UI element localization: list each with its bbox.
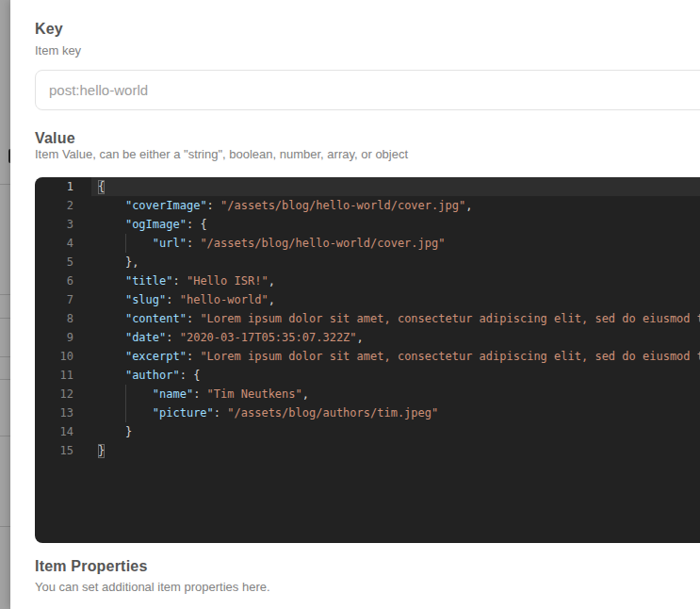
token-punc: : bbox=[214, 406, 227, 420]
token-punc: : bbox=[193, 387, 206, 401]
editor-line-14[interactable]: 14 } bbox=[35, 422, 700, 441]
key-section-description: Item key bbox=[35, 43, 81, 58]
token-key: "content" bbox=[125, 312, 187, 325]
token-punc: , bbox=[357, 331, 364, 344]
token-punc: : bbox=[187, 312, 200, 325]
value-section-description: Item Value, can be either a "string", bo… bbox=[35, 147, 408, 161]
line-number: 7 bbox=[35, 290, 73, 309]
token-str: "Tim Neutkens" bbox=[207, 387, 302, 401]
token-key: "coverImage" bbox=[125, 199, 207, 212]
background-row-divider bbox=[0, 379, 10, 380]
line-number: 12 bbox=[35, 385, 73, 403]
editor-line-7[interactable]: 7 "slug": "hello-world", bbox=[35, 290, 700, 309]
editor-line-12[interactable]: 12 "name": "Tim Neutkens", bbox=[35, 385, 700, 403]
line-number: 9 bbox=[35, 328, 73, 347]
code-text: "content": "Lorem ipsum dolor sit amet, … bbox=[98, 309, 700, 328]
code-text: } bbox=[98, 422, 132, 441]
token-punc: : bbox=[172, 274, 186, 288]
editor-line-2[interactable]: 2 "coverImage": "/assets/blog/hello-worl… bbox=[35, 196, 700, 215]
bracket-match: { bbox=[98, 180, 105, 194]
token-punc: : bbox=[166, 293, 179, 306]
token-str: "Lorem ipsum dolor sit amet, consectetur… bbox=[200, 312, 700, 325]
line-number: 15 bbox=[35, 441, 73, 460]
line-number: 10 bbox=[35, 347, 73, 366]
code-text: "slug": "hello-world", bbox=[98, 290, 275, 309]
current-line-highlight bbox=[91, 177, 700, 196]
token-key: "url" bbox=[153, 237, 187, 250]
code-text: "date": "2020-03-17T05:35:07.322Z", bbox=[98, 328, 364, 347]
line-number: 2 bbox=[35, 196, 73, 215]
token-punc: : { bbox=[180, 369, 201, 382]
line-number: 8 bbox=[35, 309, 73, 328]
code-text: "picture": "/assets/blog/authors/tim.jpe… bbox=[98, 403, 438, 422]
line-number: 5 bbox=[35, 253, 73, 272]
editor-line-15[interactable]: 15} bbox=[35, 441, 700, 460]
token-key: "ogImage" bbox=[125, 218, 187, 231]
token-key: "date" bbox=[125, 331, 166, 344]
token-key: "title" bbox=[125, 274, 173, 288]
token-punc: , bbox=[269, 274, 275, 288]
line-number: 3 bbox=[35, 215, 73, 234]
background-row-divider bbox=[0, 436, 10, 436]
code-text: "url": "/assets/blog/hello-world/cover.j… bbox=[98, 234, 445, 253]
code-text: "ogImage": { bbox=[98, 215, 207, 234]
code-text: "author": { bbox=[98, 366, 200, 385]
token-punc: } bbox=[125, 425, 132, 438]
editor-line-9[interactable]: 9 "date": "2020-03-17T05:35:07.322Z", bbox=[35, 328, 700, 347]
token-str: "/assets/blog/hello-world/cover.jpg" bbox=[200, 237, 445, 250]
code-text: "excerpt": "Lorem ipsum dolor sit amet, … bbox=[98, 347, 700, 366]
editor-line-5[interactable]: 5 }, bbox=[35, 253, 700, 272]
token-punc: , bbox=[269, 293, 275, 306]
token-str: "hello-world" bbox=[180, 293, 269, 306]
token-str: "/assets/blog/hello-world/cover.jpg" bbox=[220, 199, 465, 212]
editor-line-8[interactable]: 8 "content": "Lorem ipsum dolor sit amet… bbox=[35, 309, 700, 328]
token-key: "picture" bbox=[153, 406, 214, 420]
background-row-divider bbox=[0, 526, 10, 527]
token-str: "Lorem ipsum dolor sit amet, consectetur… bbox=[200, 350, 700, 363]
code-text: { bbox=[98, 177, 105, 196]
token-str: "2020-03-17T05:35:07.322Z" bbox=[180, 331, 357, 344]
editor-line-4[interactable]: 4 "url": "/assets/blog/hello-world/cover… bbox=[35, 234, 700, 253]
json-value-editor[interactable]: 1{2 "coverImage": "/assets/blog/hello-wo… bbox=[35, 177, 700, 543]
line-number: 13 bbox=[35, 403, 73, 422]
token-str: "Hello ISR!" bbox=[187, 274, 269, 288]
line-number: 6 bbox=[35, 272, 73, 290]
edit-item-panel: Key Item key Value Item Value, can be ei… bbox=[10, 0, 700, 609]
editor-line-1[interactable]: 1{ bbox=[35, 177, 700, 196]
editor-line-6[interactable]: 6 "title": "Hello ISR!", bbox=[35, 272, 700, 290]
token-key: "slug" bbox=[125, 293, 166, 306]
bracket-match: } bbox=[98, 444, 105, 458]
token-punc: : bbox=[187, 237, 200, 250]
token-key: "name" bbox=[153, 387, 193, 401]
editor-lines: 1{2 "coverImage": "/assets/blog/hello-wo… bbox=[35, 177, 700, 460]
code-text: } bbox=[98, 441, 105, 460]
token-punc: }, bbox=[125, 255, 138, 269]
background-row-divider bbox=[0, 356, 10, 357]
editor-line-11[interactable]: 11 "author": { bbox=[35, 366, 700, 385]
background-row-divider bbox=[0, 318, 10, 319]
item-key-input[interactable] bbox=[35, 70, 700, 110]
background-row-divider bbox=[0, 184, 10, 185]
code-text: "coverImage": "/assets/blog/hello-world/… bbox=[98, 196, 472, 215]
editor-line-10[interactable]: 10 "excerpt": "Lorem ipsum dolor sit ame… bbox=[35, 347, 700, 366]
token-key: "excerpt" bbox=[125, 350, 187, 363]
token-punc: : bbox=[187, 350, 200, 363]
background-row-divider bbox=[0, 294, 10, 295]
value-section-title: Value bbox=[35, 130, 75, 147]
token-punc: : bbox=[207, 199, 220, 212]
code-text: }, bbox=[98, 253, 138, 272]
background-list-edge bbox=[0, 0, 10, 609]
line-number: 11 bbox=[35, 366, 73, 385]
token-punc: : { bbox=[187, 218, 207, 231]
code-text: "name": "Tim Neutkens", bbox=[98, 385, 309, 403]
editor-line-13[interactable]: 13 "picture": "/assets/blog/authors/tim.… bbox=[35, 403, 700, 422]
line-number: 1 bbox=[35, 177, 73, 196]
code-text: "title": "Hello ISR!", bbox=[98, 272, 275, 290]
token-key: "author" bbox=[125, 369, 180, 382]
editor-line-3[interactable]: 3 "ogImage": { bbox=[35, 215, 700, 234]
token-punc: , bbox=[465, 199, 472, 212]
item-properties-title: Item Properties bbox=[35, 558, 147, 575]
item-properties-description: You can set additional item properties h… bbox=[35, 580, 270, 594]
token-str: "/assets/blog/authors/tim.jpeg" bbox=[227, 406, 438, 420]
line-number: 14 bbox=[35, 422, 73, 441]
